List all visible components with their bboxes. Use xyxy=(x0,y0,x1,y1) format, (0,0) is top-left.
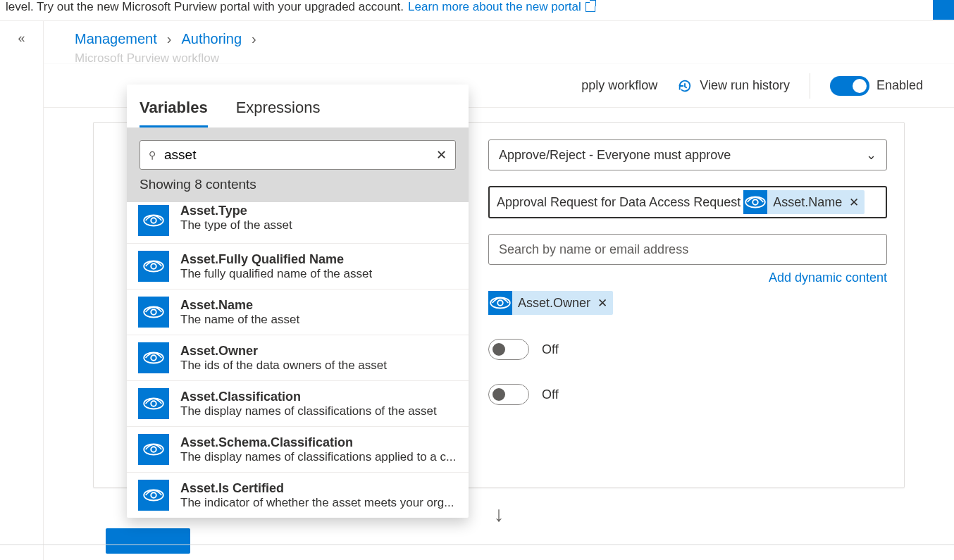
variable-description: The indicator of whether the asset meets… xyxy=(180,496,454,510)
add-step-arrow[interactable]: ↓ xyxy=(494,502,504,526)
page-subtitle: Microsoft Purview workflow xyxy=(44,51,954,64)
toolbar-divider xyxy=(810,73,810,99)
enabled-label: Enabled xyxy=(876,78,923,93)
variable-item[interactable]: Asset.TypeThe type of the asset xyxy=(127,202,469,243)
eye-icon xyxy=(743,190,767,214)
variable-name: Asset.Is Certified xyxy=(180,481,454,496)
variable-description: The display names of classifications app… xyxy=(180,450,456,464)
variable-item[interactable]: Asset.ClassificationThe display names of… xyxy=(127,380,469,426)
banner-text: level. Try out the new Microsoft Purview… xyxy=(6,0,404,14)
primary-action-button[interactable] xyxy=(106,528,190,554)
eye-icon xyxy=(138,388,169,419)
variable-item[interactable]: Asset.OwnerThe ids of the data owners of… xyxy=(127,335,469,380)
variable-name: Asset.Name xyxy=(180,298,299,313)
footer-divider xyxy=(0,545,954,545)
enabled-toggle-group: Enabled xyxy=(830,76,923,96)
results-count: Showing 8 contents xyxy=(140,177,456,192)
search-icon: ⚲ xyxy=(149,149,156,161)
variable-item[interactable]: Asset.NameThe name of the asset xyxy=(127,289,469,335)
popup-tabs: Variables Expressions xyxy=(127,85,469,127)
variable-description: The type of the asset xyxy=(180,218,292,232)
apply-workflow-button[interactable]: pply workflow xyxy=(581,78,657,93)
eye-icon xyxy=(138,251,169,282)
title-text: Approval Request for Data Access Request xyxy=(497,195,741,210)
chevron-right-icon: › xyxy=(167,31,172,47)
option-toggle-1[interactable] xyxy=(488,339,529,360)
assigned-placeholder: Search by name or email address xyxy=(499,242,688,257)
approval-type-value: Approve/Reject - Everyone must approve xyxy=(499,148,731,163)
variable-name: Asset.Fully Qualified Name xyxy=(180,252,372,267)
banner-link-text: Learn more about the new portal xyxy=(408,0,581,14)
eye-icon xyxy=(138,205,169,236)
variables-list: Asset.TypeThe type of the assetAsset.Ful… xyxy=(127,202,469,518)
breadcrumb-management[interactable]: Management xyxy=(75,31,157,47)
variable-description: The display names of classifications of … xyxy=(180,404,437,418)
dynamic-content-popup: Variables Expressions ⚲ ✕ Showing 8 cont… xyxy=(127,85,469,518)
tab-expressions[interactable]: Expressions xyxy=(236,99,321,127)
variable-description: The fully qualified name of the asset xyxy=(180,267,372,281)
history-icon xyxy=(677,78,693,94)
eye-icon xyxy=(138,342,169,373)
variable-search-input[interactable] xyxy=(164,147,428,163)
variable-item[interactable]: Asset.Is CertifiedThe indicator of wheth… xyxy=(127,472,469,518)
view-history-label: View run history xyxy=(700,78,790,93)
remove-token-button[interactable]: ✕ xyxy=(597,296,607,311)
chevron-right-icon: › xyxy=(252,31,256,47)
variable-name: Asset.Owner xyxy=(180,344,387,359)
variable-item[interactable]: Asset.Fully Qualified NameThe fully qual… xyxy=(127,243,469,289)
collapse-rail-button[interactable]: « xyxy=(18,31,25,560)
enabled-toggle[interactable] xyxy=(830,76,869,96)
add-dynamic-content-link[interactable]: Add dynamic content xyxy=(769,270,887,285)
variable-name: Asset.Type xyxy=(180,204,292,218)
view-run-history-button[interactable]: View run history xyxy=(677,78,790,94)
variable-name: Asset.Schema.Classification xyxy=(180,435,456,450)
approval-type-select[interactable]: Approve/Reject - Everyone must approve ⌄ xyxy=(488,139,887,170)
variable-description: The ids of the data owners of the asset xyxy=(180,359,387,373)
eye-icon xyxy=(138,297,169,328)
clear-search-button[interactable]: ✕ xyxy=(436,147,447,163)
token-asset-name[interactable]: Asset.Name ✕ xyxy=(743,190,865,214)
chevron-down-icon: ⌄ xyxy=(866,147,876,163)
variable-name: Asset.Classification xyxy=(180,390,437,404)
toggle-off-label: Off xyxy=(542,387,559,402)
token-label: Asset.Name xyxy=(773,195,842,210)
variable-item[interactable]: Asset.Schema.ClassificationThe display n… xyxy=(127,426,469,472)
option-toggle-2[interactable] xyxy=(488,384,529,405)
breadcrumb: Management › Authoring › xyxy=(44,21,954,51)
banner-learn-more-link[interactable]: Learn more about the new portal xyxy=(408,0,595,14)
eye-icon xyxy=(488,291,512,315)
assigned-to-input[interactable]: Search by name or email address xyxy=(488,234,887,265)
tab-variables[interactable]: Variables xyxy=(140,99,208,127)
banner-action-button[interactable] xyxy=(933,0,954,20)
external-link-icon xyxy=(586,2,595,12)
title-input[interactable]: Approval Request for Data Access Request… xyxy=(488,186,887,218)
token-label: Asset.Owner xyxy=(518,296,590,311)
eye-icon xyxy=(138,480,169,511)
apply-workflow-label: pply workflow xyxy=(581,78,657,93)
token-asset-owner[interactable]: Asset.Owner ✕ xyxy=(488,291,613,315)
upgrade-banner: level. Try out the new Microsoft Purview… xyxy=(0,0,954,21)
left-rail: « xyxy=(0,21,44,560)
eye-icon xyxy=(138,434,169,465)
variable-description: The name of the asset xyxy=(180,313,299,327)
remove-token-button[interactable]: ✕ xyxy=(849,195,859,210)
variable-search-box[interactable]: ⚲ ✕ xyxy=(140,140,456,170)
toggle-off-label: Off xyxy=(542,342,559,357)
breadcrumb-authoring[interactable]: Authoring xyxy=(181,31,242,47)
